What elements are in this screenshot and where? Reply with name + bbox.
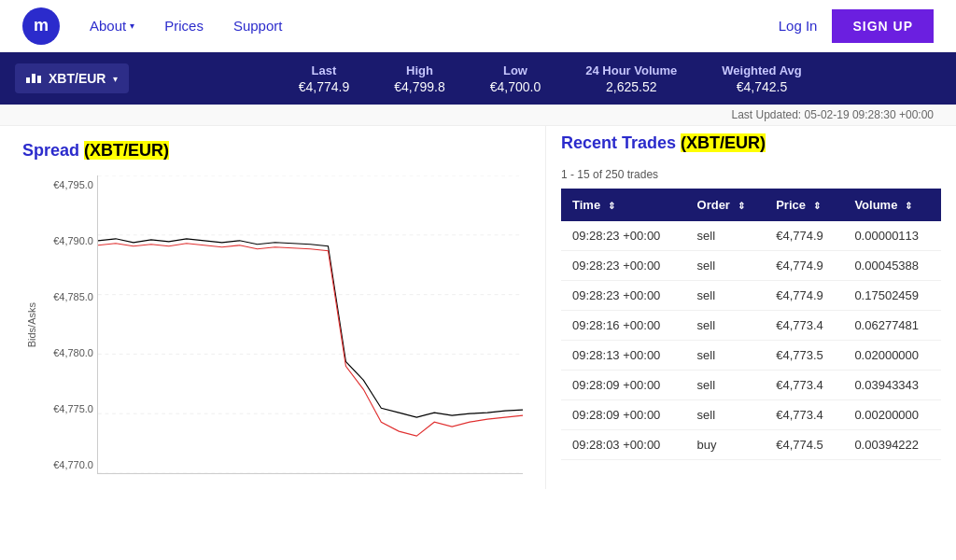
ticker-low-value: €4,700.0 [490, 79, 541, 94]
cell-price: €4,773.5 [765, 341, 843, 371]
logo-text: m [34, 16, 49, 35]
y-label-0: €4,795.0 [45, 179, 97, 190]
cell-volume: 0.06277481 [843, 311, 941, 341]
table-row: 09:28:23 +00:00 sell €4,774.9 0.17502459 [561, 281, 941, 311]
cell-time: 09:28:23 +00:00 [561, 221, 686, 251]
bar2 [32, 74, 35, 83]
col-volume[interactable]: Volume ⇕ [843, 189, 941, 221]
table-row: 09:28:09 +00:00 sell €4,773.4 0.00200000 [561, 400, 941, 430]
nav-about[interactable]: About ▾ [90, 18, 134, 34]
ticker-bar: XBT/EUR ▾ Last €4,774.9 High €4,799.8 Lo… [0, 52, 956, 105]
ticker-weighted: Weighted Avg €4,742.5 [722, 63, 801, 94]
logo[interactable]: m [22, 7, 60, 45]
ticker-high: High €4,799.8 [394, 63, 445, 94]
nav-support-label: Support [233, 18, 283, 34]
trades-table-header: Time ⇕ Order ⇕ Price ⇕ Volume ⇕ [561, 189, 941, 221]
spread-chart-svg [98, 175, 523, 473]
col-volume-label: Volume [854, 198, 897, 212]
cell-order: sell [686, 221, 766, 251]
cell-volume: 0.00000113 [843, 221, 941, 251]
cell-price: €4,774.9 [765, 221, 843, 251]
col-order[interactable]: Order ⇕ [686, 189, 766, 221]
trades-header-row: Time ⇕ Order ⇕ Price ⇕ Volume ⇕ [561, 189, 941, 221]
cell-volume: 0.00200000 [843, 400, 941, 430]
ticker-volume: 24 Hour Volume 2,625.52 [585, 63, 677, 94]
cell-price: €4,774.9 [765, 251, 843, 281]
ticker-weighted-label: Weighted Avg [722, 63, 801, 77]
ticker-last-label: Last [299, 63, 350, 77]
trades-count: 1 - 15 of 250 trades [561, 168, 941, 181]
cell-volume: 0.02000000 [843, 341, 941, 371]
table-row: 09:28:23 +00:00 sell €4,774.9 0.00045388 [561, 251, 941, 281]
cell-order: sell [686, 281, 766, 311]
ticker-last-value: €4,774.9 [299, 79, 350, 94]
y-label-4: €4,775.0 [45, 403, 97, 414]
nav-right: Log In SIGN UP [779, 9, 934, 43]
y-axis-label: Bids/Asks [26, 302, 37, 347]
nav-prices[interactable]: Prices [164, 18, 204, 34]
cell-order: sell [686, 341, 766, 371]
trades-table: Time ⇕ Order ⇕ Price ⇕ Volume ⇕ [561, 189, 941, 460]
cell-order: sell [686, 251, 766, 281]
signup-button[interactable]: SIGN UP [832, 9, 934, 43]
nav-prices-label: Prices [164, 18, 204, 34]
col-price-sort: ⇕ [813, 201, 821, 211]
ticker-symbol-selector[interactable]: XBT/EUR ▾ [15, 63, 129, 93]
col-order-label: Order [697, 198, 730, 212]
login-label: Log In [779, 18, 818, 34]
bar3 [37, 76, 41, 83]
table-row: 09:28:16 +00:00 sell €4,773.4 0.06277481 [561, 311, 941, 341]
cell-time: 09:28:16 +00:00 [561, 311, 686, 341]
chart-icon [26, 74, 41, 83]
cell-price: €4,773.4 [765, 311, 843, 341]
last-updated-bar: Last Updated: 05-02-19 09:28:30 +00:00 [0, 105, 956, 126]
nav-about-label: About [90, 18, 126, 34]
bar1 [26, 77, 30, 83]
login-link[interactable]: Log In [779, 18, 818, 34]
cell-order: sell [686, 371, 766, 400]
ticker-volume-value: 2,625.52 [585, 79, 677, 94]
trades-title-highlight: (XBT/EUR) [681, 133, 766, 152]
cell-volume: 0.00394222 [843, 430, 941, 460]
cell-time: 09:28:09 +00:00 [561, 400, 686, 430]
y-label-3: €4,780.0 [45, 347, 97, 358]
cell-order: buy [686, 430, 766, 460]
cell-volume: 0.03943343 [843, 371, 941, 400]
y-label-5: €4,770.0 [45, 459, 97, 470]
spread-title-prefix: Spread [22, 141, 84, 160]
spread-panel: Spread (XBT/EUR) Bids/Asks €4,795.0 €4,7… [0, 126, 545, 489]
nav-about-arrow: ▾ [130, 21, 134, 31]
navbar: m About ▾ Prices Support Log In SIGN UP [0, 0, 956, 52]
trades-title-prefix: Recent Trades [561, 133, 681, 152]
ticker-last: Last €4,774.9 [299, 63, 350, 94]
cell-order: sell [686, 400, 766, 430]
nav-links: About ▾ Prices Support [90, 18, 779, 34]
cell-time: 09:28:03 +00:00 [561, 430, 686, 460]
y-label-2: €4,785.0 [45, 291, 97, 302]
col-time[interactable]: Time ⇕ [561, 189, 686, 221]
nav-support[interactable]: Support [233, 18, 283, 34]
table-row: 09:28:09 +00:00 sell €4,773.4 0.03943343 [561, 371, 941, 400]
ticker-volume-label: 24 Hour Volume [585, 63, 677, 77]
spread-title-highlight: (XBT/EUR) [84, 141, 169, 160]
y-label-1: €4,790.0 [45, 235, 97, 246]
spread-title: Spread (XBT/EUR) [22, 141, 523, 161]
cell-time: 09:28:23 +00:00 [561, 281, 686, 311]
ticker-low-label: Low [490, 63, 541, 77]
cell-time: 09:28:23 +00:00 [561, 251, 686, 281]
ticker-high-value: €4,799.8 [394, 79, 445, 94]
table-row: 09:28:03 +00:00 buy €4,774.5 0.00394222 [561, 430, 941, 460]
recent-trades-panel: Recent Trades (XBT/EUR) 1 - 15 of 250 tr… [545, 126, 956, 489]
table-row: 09:28:23 +00:00 sell €4,774.9 0.00000113 [561, 221, 941, 251]
ticker-stats: Last €4,774.9 High €4,799.8 Low €4,700.0… [159, 63, 941, 94]
col-price[interactable]: Price ⇕ [765, 189, 843, 221]
cell-price: €4,773.4 [765, 371, 843, 400]
cell-price: €4,773.4 [765, 400, 843, 430]
ticker-dropdown-arrow: ▾ [113, 74, 118, 84]
trades-title: Recent Trades (XBT/EUR) [561, 133, 941, 153]
cell-volume: 0.17502459 [843, 281, 941, 311]
col-volume-sort: ⇕ [905, 201, 912, 211]
cell-time: 09:28:13 +00:00 [561, 341, 686, 371]
ticker-weighted-value: €4,742.5 [722, 79, 801, 94]
ticker-high-label: High [394, 63, 445, 77]
